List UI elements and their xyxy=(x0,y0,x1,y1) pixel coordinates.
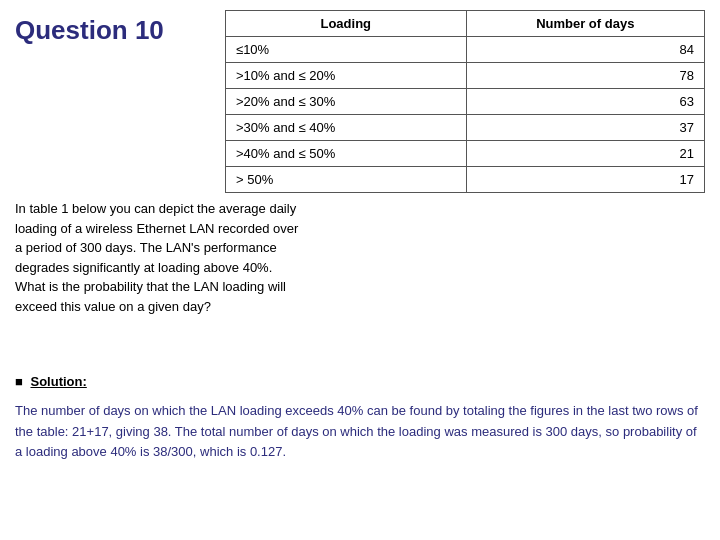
days-cell: 37 xyxy=(466,115,704,141)
solution-body: The number of days on which the LAN load… xyxy=(15,401,705,463)
bullet-icon: ■ xyxy=(15,372,23,393)
table-row: ≤10%84 xyxy=(226,37,705,63)
description-paragraph: In table 1 below you can depict the aver… xyxy=(15,199,305,316)
loading-cell: >40% and ≤ 50% xyxy=(226,141,467,167)
table-row: >10% and ≤ 20%78 xyxy=(226,63,705,89)
days-cell: 84 xyxy=(466,37,704,63)
days-cell: 63 xyxy=(466,89,704,115)
loading-cell: >30% and ≤ 40% xyxy=(226,115,467,141)
top-section: Question 10 Loading Number of days ≤10%8… xyxy=(15,10,705,193)
days-cell: 17 xyxy=(466,167,704,193)
main-content: In table 1 below you can depict the aver… xyxy=(15,199,705,357)
solution-label: Solution: xyxy=(30,374,86,389)
days-cell: 21 xyxy=(466,141,704,167)
table-row: >20% and ≤ 30%63 xyxy=(226,89,705,115)
loading-cell: ≤10% xyxy=(226,37,467,63)
table-row: >30% and ≤ 40%37 xyxy=(226,115,705,141)
question-title: Question 10 xyxy=(15,10,215,46)
loading-cell: > 50% xyxy=(226,167,467,193)
description-text: In table 1 below you can depict the aver… xyxy=(15,199,305,357)
data-table: Loading Number of days ≤10%84>10% and ≤ … xyxy=(225,10,705,193)
col-header-days: Number of days xyxy=(466,11,704,37)
days-cell: 78 xyxy=(466,63,704,89)
table-row: > 50%17 xyxy=(226,167,705,193)
table-row: >40% and ≤ 50%21 xyxy=(226,141,705,167)
table-container: Loading Number of days ≤10%84>10% and ≤ … xyxy=(225,10,705,193)
solution-section: ■ Solution: The number of days on which … xyxy=(15,372,705,530)
col-header-loading: Loading xyxy=(226,11,467,37)
loading-cell: >20% and ≤ 30% xyxy=(226,89,467,115)
page-container: Question 10 Loading Number of days ≤10%8… xyxy=(0,0,720,540)
loading-cell: >10% and ≤ 20% xyxy=(226,63,467,89)
